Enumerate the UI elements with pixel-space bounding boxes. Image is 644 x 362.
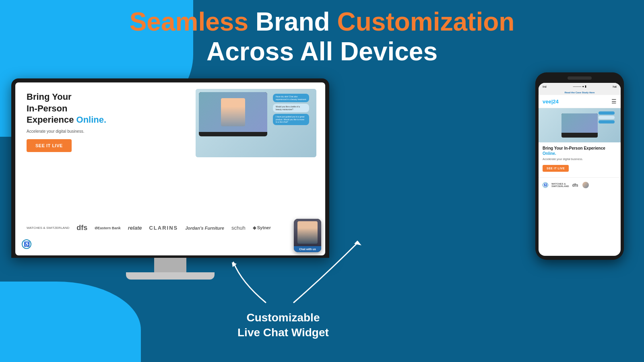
phone-hero-image	[539, 108, 621, 142]
phone-bubble-1	[599, 111, 615, 115]
brand-schuh: schuh	[231, 225, 246, 231]
phone-brand-watches: WATCHES &SWITZERLAND	[551, 183, 569, 187]
phone-status-bar: Ind ——— ● ▮ hat	[539, 83, 621, 90]
phone-nav-bar: vee|24 ☰	[539, 95, 621, 108]
brand-dfs: dfs	[76, 224, 87, 232]
brand-watches-switzerland: WATCHES & SWITZERLAND	[27, 226, 69, 230]
chat-bubble-2: Would you like a bottle of a beauty mois…	[273, 104, 309, 112]
website-screenshot-preview: Have dry skin! Chat also experienced in …	[196, 89, 316, 157]
monitor-screen: Bring Your In-Person Experience Online. …	[15, 82, 325, 255]
website-hero-section: Bring Your In-Person Experience Online. …	[27, 91, 155, 152]
page-header: Seamless Brand Customization Across All …	[0, 7, 644, 66]
monitor-frame: Bring Your In-Person Experience Online. …	[11, 78, 329, 258]
phone-agent-avatar	[582, 181, 590, 189]
phone-logo: vee|24	[543, 99, 559, 105]
brand-relate: relate	[128, 225, 142, 231]
chat-bubbles-overlay: Have dry skin! Chat also experienced in …	[273, 94, 309, 125]
callout-label-area: CustomizableLive Chat Widget	[237, 311, 329, 340]
phone-notch	[568, 76, 592, 80]
person-image	[221, 98, 245, 126]
website-heading: Bring Your In-Person Experience Online.	[27, 91, 155, 126]
phone-case-study-banner[interactable]: Read the Case Study Here	[539, 90, 621, 95]
accessibility-icon[interactable]: ♿	[22, 239, 31, 249]
chat-bubble-3: I have just guided you to a great produc…	[273, 114, 309, 125]
phone-mini-monitor-screen	[561, 113, 598, 133]
desktop-mockup: Bring Your In-Person Experience Online. …	[11, 78, 329, 280]
screenshot-content: Have dry skin! Chat also experienced in …	[196, 89, 316, 157]
brand-logos: WATCHES & SWITZERLAND dfs ØEastern Bank …	[27, 224, 314, 232]
phone-brand-dfs: dfs	[572, 183, 578, 187]
phone-mini-monitor	[561, 113, 598, 138]
phone-accessibility-icon: ♿	[543, 182, 548, 188]
phone-bubble-2	[599, 116, 615, 119]
phone-see-it-live-button[interactable]: SEE IT LIVE	[543, 165, 569, 172]
arrow-to-phone	[286, 234, 366, 306]
phone-content-section: Bring Your In-Person Experience Online. …	[539, 142, 621, 175]
phone-subtext: Accelerate your digital business.	[543, 158, 617, 160]
brand-jordans: Jordan's Furniture	[185, 226, 224, 230]
phone-mockup: Ind ——— ● ▮ hat Read the Case Study Here…	[535, 72, 624, 260]
phone-hero-heading: Bring Your In-Person Experience Online.	[543, 146, 617, 156]
hamburger-menu-icon[interactable]: ☰	[611, 98, 617, 105]
callout-text: CustomizableLive Chat Widget	[237, 311, 329, 340]
phone-frame: Ind ——— ● ▮ hat Read the Case Study Here…	[535, 72, 624, 260]
brand-sytner: ◆ Sytner	[253, 225, 271, 230]
phone-chat-bubbles	[599, 111, 615, 125]
monitor-stand-neck	[154, 258, 186, 272]
brand-clarins: CLARINS	[149, 225, 178, 231]
main-heading: Seamless Brand Customization Across All …	[0, 7, 644, 66]
see-it-live-button[interactable]: SEE IT LIVE	[27, 139, 72, 152]
mini-monitor-screen	[199, 92, 267, 132]
background-blob-bottom-left	[0, 282, 141, 362]
mini-monitor	[199, 92, 267, 136]
phone-brands-row: ♿ WATCHES &SWITZERLAND dfs	[539, 177, 621, 192]
phone-bubble-3	[599, 120, 615, 123]
phone-screen: Ind ——— ● ▮ hat Read the Case Study Here…	[539, 83, 621, 256]
brand-eastern-bank: ØEastern Bank	[95, 226, 121, 230]
monitor-stand-base	[126, 272, 215, 280]
chat-bubble-1: Have dry skin! Chat also experienced in …	[273, 94, 309, 102]
